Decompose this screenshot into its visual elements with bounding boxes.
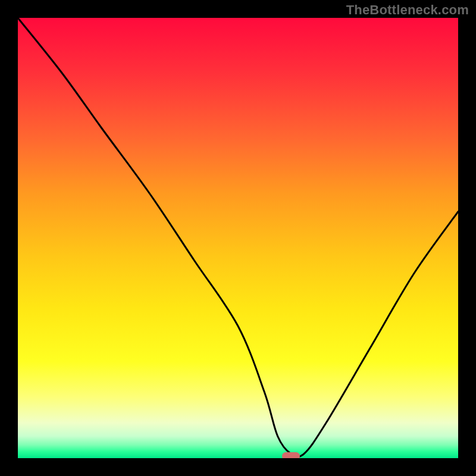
- plot-area: [18, 18, 458, 458]
- watermark-text: TheBottleneck.com: [346, 2, 469, 18]
- bottleneck-curve-path: [18, 18, 458, 457]
- chart-frame: TheBottleneck.com: [0, 0, 476, 476]
- curve-svg: [18, 18, 458, 458]
- optimum-marker: [282, 452, 300, 458]
